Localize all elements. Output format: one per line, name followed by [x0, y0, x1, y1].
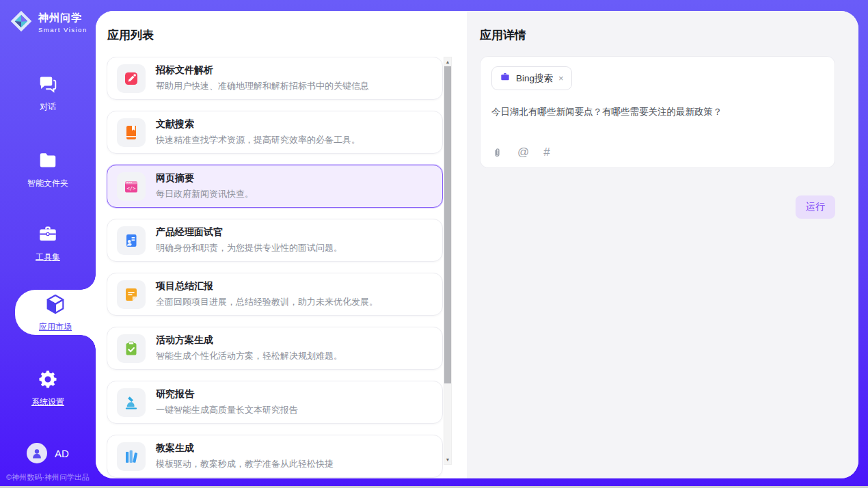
sidebar-item-2[interactable]: 智能文件夹: [0, 150, 96, 189]
run-button[interactable]: 运行: [796, 195, 835, 219]
app-title: 研究报告: [156, 388, 298, 401]
brand-name: 神州问学: [38, 12, 87, 25]
brand-diamond-icon: [10, 10, 33, 36]
clipboard-check-icon: [117, 334, 146, 363]
app-list-item[interactable]: 招标文件解析 帮助用户快速、准确地理解和解析招标书中的关键信息: [107, 57, 443, 100]
microscope-icon: [117, 388, 146, 417]
app-list-item[interactable]: 文献搜索 快速精准查找学术资源，提高研究效率的必备工具。: [107, 111, 443, 154]
sidebar-item-3[interactable]: 工具集: [0, 224, 96, 263]
app-list-item[interactable]: 活动方案生成 智能生成个性化活动方案，轻松解决规划难题。: [107, 327, 443, 370]
app-list-item[interactable]: </> 网页摘要 每日政府新闻资讯快查。: [107, 165, 443, 208]
sidebar-item-5[interactable]: 系统设置: [0, 369, 96, 408]
scrollbar[interactable]: [444, 57, 452, 465]
close-icon[interactable]: ×: [558, 73, 564, 83]
avatar[interactable]: [27, 443, 47, 463]
app-description: 明确身份和职责，为您提供专业性的面试问题。: [156, 242, 342, 254]
svg-text:</>: </>: [127, 185, 137, 191]
app-title: 网页摘要: [156, 172, 254, 185]
book-icon: [117, 118, 146, 147]
app-title: 招标文件解析: [156, 64, 369, 77]
briefcase-icon: [500, 72, 511, 85]
app-list-item[interactable]: 教案生成 模板驱动，教案秒成，教学准备从此轻松快捷: [107, 435, 443, 478]
app-description: 智能生成个性化活动方案，轻松解决规划难题。: [156, 350, 342, 362]
folder-icon: [38, 150, 58, 173]
app-description: 每日政府新闻资讯快查。: [156, 188, 254, 200]
app-title: 活动方案生成: [156, 334, 342, 347]
toolbox-icon: [38, 224, 58, 247]
edit-document-icon: [117, 64, 146, 93]
app-description: 一键智能生成高质量长文本研究报告: [156, 404, 298, 416]
scroll-up-icon[interactable]: [444, 57, 451, 66]
chat-icon: [38, 74, 58, 96]
main-content: 应用列表 招标文件解析 帮助用户快速、准确地理解和解析招标书中的关键信息 文献搜…: [96, 11, 858, 478]
sidebar-footer: ©神州数码·神州问学出品: [0, 472, 96, 483]
app-list-panel: 应用列表 招标文件解析 帮助用户快速、准确地理解和解析招标书中的关键信息 文献搜…: [96, 11, 467, 478]
cube-icon: [44, 293, 67, 318]
prompt-card[interactable]: Bing搜索 × 今日湖北有哪些新闻要点？有哪些需要关注的最新政策？ @ #: [480, 56, 835, 168]
paperclip-icon[interactable]: [491, 146, 503, 159]
scroll-down-icon[interactable]: [444, 455, 451, 464]
app-description: 帮助用户快速、准确地理解和解析招标书中的关键信息: [156, 80, 369, 92]
app-description: 模板驱动，教案秒成，教学准备从此轻松快捷: [156, 458, 334, 470]
app-title: 教案生成: [156, 442, 334, 455]
books-icon: [117, 442, 146, 471]
app-list-item[interactable]: 产品经理面试官 明确身份和职责，为您提供专业性的面试问题。: [107, 219, 443, 262]
app-list-title: 应用列表: [107, 27, 154, 43]
sidebar-item-1[interactable]: 对话: [0, 74, 96, 113]
user-initials: AD: [55, 448, 69, 459]
user-row[interactable]: AD: [0, 443, 96, 463]
app-description: 快速精准查找学术资源，提高研究效率的必备工具。: [156, 134, 360, 146]
tool-tag-bing-search[interactable]: Bing搜索 ×: [491, 66, 572, 90]
sidebar: 神州问学 Smart Vision 对话 智能文件夹 工具集 应用市场 系统设置…: [0, 0, 96, 488]
brand-subtitle: Smart Vision: [38, 26, 87, 33]
scrollbar-thumb[interactable]: [444, 66, 451, 383]
sidebar-item-4[interactable]: 应用市场: [15, 290, 96, 335]
prompt-toolbar: @ #: [491, 146, 550, 159]
at-icon[interactable]: @: [517, 146, 529, 159]
gear-icon: [38, 369, 58, 392]
run-row: 运行: [796, 195, 835, 219]
app-detail-title: 应用详情: [480, 27, 526, 43]
brand-logo: 神州问学 Smart Vision: [10, 10, 87, 36]
app-title: 文献搜索: [156, 118, 360, 131]
interview-document-icon: [117, 226, 146, 255]
app-title: 项目总结汇报: [156, 280, 378, 293]
app-list-item[interactable]: 项目总结汇报 全面回顾项目进展，总结经验教训，助力未来优化发展。: [107, 273, 443, 316]
browser-code-icon: </>: [117, 172, 146, 201]
app-list-item[interactable]: 研究报告 一键智能生成高质量长文本研究报告: [107, 381, 443, 424]
app-description: 全面回顾项目进展，总结经验教训，助力未来优化发展。: [156, 296, 378, 308]
query-input[interactable]: 今日湖北有哪些新闻要点？有哪些需要关注的最新政策？: [491, 105, 824, 119]
app-list: 招标文件解析 帮助用户快速、准确地理解和解析招标书中的关键信息 文献搜索 快速精…: [107, 57, 443, 478]
app-detail-panel: 应用详情 Bing搜索 × 今日湖北有哪些新闻要点？有哪些需要关注的最新政策？: [467, 11, 858, 478]
note-icon: [117, 280, 146, 309]
hash-icon[interactable]: #: [543, 146, 550, 159]
app-title: 产品经理面试官: [156, 226, 342, 239]
tool-tag-label: Bing搜索: [516, 72, 553, 85]
